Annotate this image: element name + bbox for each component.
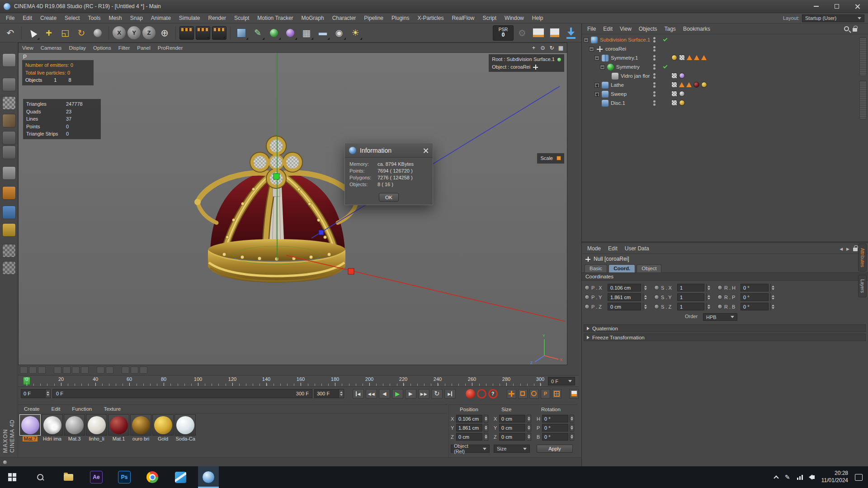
menu-motion-tracker[interactable]: Motion Tracker <box>253 13 297 23</box>
stepper-icon[interactable] <box>643 303 648 310</box>
menu-script[interactable]: Script <box>478 13 500 23</box>
make-editable-icon[interactable] <box>2 53 16 67</box>
x-axis-lock-button[interactable]: X <box>113 26 126 39</box>
timeline-tool-icon[interactable] <box>29 366 37 374</box>
key-radio-icon[interactable] <box>585 295 590 300</box>
om-menu-bookmarks[interactable]: Bookmarks <box>679 26 714 32</box>
visibility-dots-icon[interactable] <box>653 37 656 42</box>
menu-character[interactable]: Character <box>328 13 360 23</box>
rot-b-field[interactable]: 0 ° <box>542 433 568 441</box>
tree-item[interactable]: Sweep <box>582 89 853 99</box>
layout-panel2-button[interactable] <box>547 25 562 41</box>
spline-pen-button[interactable] <box>250 25 265 41</box>
z-axis-lock-button[interactable]: Z <box>142 26 156 39</box>
keyframe-selection-button[interactable]: ? <box>488 389 498 399</box>
om-menu-view[interactable]: View <box>616 26 635 32</box>
material-tag-icon[interactable] <box>671 55 677 61</box>
zoom-view-icon[interactable]: ⊙ <box>539 44 547 52</box>
tab-object[interactable]: Object <box>637 264 661 272</box>
uvw-tag-icon[interactable] <box>671 73 677 79</box>
stepper-icon[interactable] <box>643 284 648 291</box>
coordinates-section-header[interactable]: Coordinates <box>582 272 868 281</box>
pan-view-icon[interactable]: + <box>530 44 538 52</box>
tree-item[interactable]: Subdivision Surface.1 <box>582 35 853 44</box>
tree-item[interactable]: Lathe <box>582 80 853 89</box>
key-radio-icon[interactable] <box>585 304 590 309</box>
expand-icon[interactable] <box>594 83 599 88</box>
rot-p-field[interactable]: 0 ° <box>542 424 568 432</box>
expand-icon[interactable] <box>594 92 599 97</box>
current-frame-field[interactable]: 0 F <box>21 389 51 398</box>
taskbar-clock[interactable]: 20:28 11/01/2024 <box>821 470 848 484</box>
tree-item[interactable]: coroaRei <box>582 44 853 53</box>
network-icon[interactable] <box>797 475 803 480</box>
key-radio-icon[interactable] <box>585 285 590 290</box>
timeline-tool-icon[interactable] <box>131 366 138 374</box>
menu-simulate[interactable]: Simulate <box>175 13 204 23</box>
axis-mode-icon[interactable] <box>2 186 16 200</box>
stepper-icon[interactable] <box>570 433 574 441</box>
menu-sculpt[interactable]: Sculpt <box>230 13 253 23</box>
stepper-icon[interactable] <box>484 424 488 432</box>
update-download-button[interactable] <box>563 25 579 41</box>
rotate-tool-button[interactable] <box>74 25 89 41</box>
undo-button[interactable] <box>3 25 18 41</box>
pen-input-icon[interactable] <box>785 474 790 481</box>
cinema4d-taskbar-button[interactable] <box>198 466 219 488</box>
texture-a-icon[interactable] <box>2 244 16 258</box>
sz-field[interactable]: 1 <box>677 303 704 310</box>
stepper-icon[interactable] <box>339 389 344 398</box>
next-key-button[interactable] <box>418 389 429 399</box>
menu-snap[interactable]: Snap <box>126 13 147 23</box>
close-button[interactable] <box>847 0 868 13</box>
collapse-icon[interactable] <box>600 65 605 70</box>
layout-panel-button[interactable] <box>531 25 546 41</box>
environment-button[interactable] <box>315 25 330 41</box>
visibility-dots-icon[interactable] <box>653 73 656 79</box>
tree-item[interactable]: Vidro jan flor <box>582 71 853 80</box>
tab-coord[interactable]: Coord. <box>609 264 635 272</box>
enabled-check-icon[interactable] <box>663 37 668 42</box>
rb-field[interactable]: 0 ° <box>741 303 769 310</box>
menu-create[interactable]: Create <box>36 13 61 23</box>
pos-y-field[interactable]: 1.861 cm <box>456 424 482 432</box>
goto-end-button[interactable] <box>444 389 456 399</box>
notification-center-icon[interactable] <box>855 474 863 481</box>
toggle-view-icon[interactable]: ▦ <box>557 44 565 52</box>
size-y-field[interactable]: 0 cm <box>499 424 525 432</box>
selection-tag-icon[interactable] <box>679 82 684 87</box>
menu-realflow[interactable]: RealFlow <box>448 13 478 23</box>
enabled-check-icon[interactable] <box>663 64 668 69</box>
vp-menu-panel[interactable]: Panel <box>133 45 154 51</box>
tree-item[interactable]: Disc.1 <box>582 99 853 108</box>
px-field[interactable]: 0.106 cm <box>608 284 641 291</box>
visibility-dots-icon[interactable] <box>653 91 656 97</box>
stepper-icon[interactable] <box>527 415 531 422</box>
key-radio-icon[interactable] <box>654 304 659 309</box>
order-dropdown[interactable]: HPB <box>703 313 737 321</box>
attr-menu-edit[interactable]: Edit <box>604 245 621 252</box>
vp-menu-display[interactable]: Display <box>65 45 90 51</box>
dock-grip[interactable] <box>859 80 867 119</box>
timeline-tool-icon[interactable] <box>106 366 113 374</box>
menu-select[interactable]: Select <box>61 13 84 23</box>
stepper-icon[interactable] <box>643 293 648 301</box>
move-tool-button[interactable] <box>41 25 57 41</box>
attr-menu-userdata[interactable]: User Data <box>621 245 653 252</box>
stepper-icon[interactable] <box>527 433 531 441</box>
dialog-titlebar[interactable]: Information <box>345 143 433 158</box>
layout-dropdown[interactable]: Startup (User) <box>802 14 864 22</box>
snap-icon[interactable] <box>2 206 16 219</box>
vscode-button[interactable] <box>170 466 191 488</box>
add-primitive-button[interactable] <box>234 25 249 41</box>
material-item[interactable]: Mat.7 <box>19 414 41 441</box>
vp-menu-prorender[interactable]: ProRender <box>154 45 187 51</box>
collapse-icon[interactable] <box>594 56 599 61</box>
material-tag-icon[interactable] <box>679 100 685 106</box>
generators-button[interactable] <box>266 25 282 41</box>
stepper-icon[interactable] <box>570 415 574 422</box>
collapse-icon[interactable] <box>589 47 594 52</box>
timeline-panel-button[interactable] <box>569 389 579 399</box>
pos-x-field[interactable]: 0.106 cm <box>456 415 482 422</box>
rh-field[interactable]: 0 ° <box>741 284 769 291</box>
